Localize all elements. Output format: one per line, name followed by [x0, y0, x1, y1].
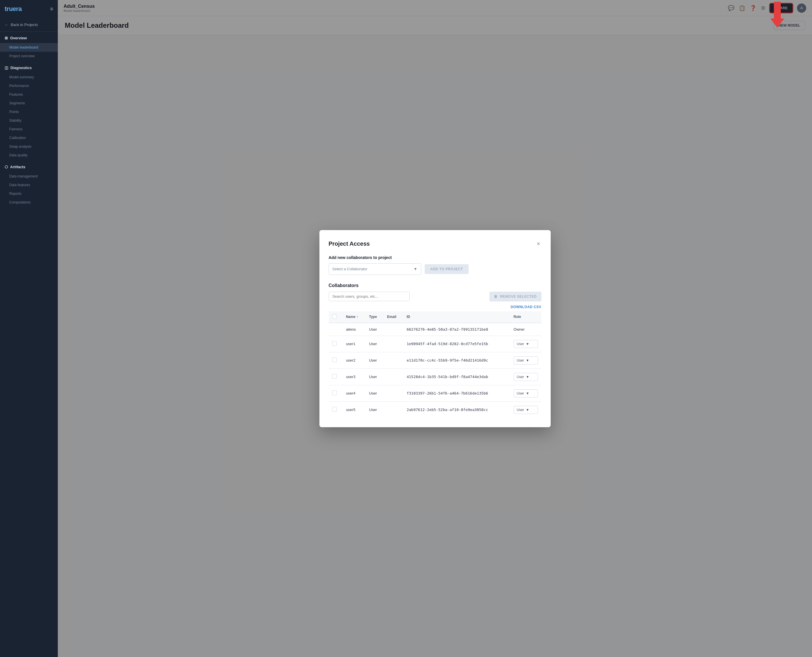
- row-type: User: [366, 385, 383, 402]
- select-all-checkbox[interactable]: [332, 314, 337, 319]
- sidebar-item-calibration[interactable]: Calibration: [0, 134, 58, 142]
- chevron-down-icon: ▼: [526, 358, 529, 363]
- sidebar-item-stability[interactable]: Stability: [0, 116, 58, 125]
- add-section-label: Add new collaborators to project: [329, 255, 541, 260]
- table-header-name[interactable]: Name ↑: [343, 311, 366, 323]
- menu-icon[interactable]: ≡: [50, 6, 53, 12]
- sidebar-item-points[interactable]: Points: [0, 107, 58, 116]
- sidebar-item-segments[interactable]: Segments: [0, 99, 58, 107]
- box-icon: ⬡: [5, 165, 8, 169]
- sidebar-item-reports[interactable]: Reports: [0, 189, 58, 198]
- row-type: User: [366, 369, 383, 385]
- sidebar-item-performance[interactable]: Performance: [0, 81, 58, 90]
- search-input[interactable]: [329, 292, 410, 301]
- row-id: 41528dc4-1b35-541b-bd9f-f8a4744e3dab: [403, 369, 510, 385]
- role-dropdown[interactable]: User▼: [514, 357, 538, 364]
- sidebar-item-data-management[interactable]: Data management: [0, 172, 58, 181]
- sidebar-item-computations[interactable]: Computations: [0, 198, 58, 207]
- role-dropdown[interactable]: User▼: [514, 340, 538, 348]
- role-label: User: [517, 408, 524, 412]
- table-row: user5User2ab97612-2eb5-52ba-af10-8fe9ea3…: [329, 402, 541, 418]
- table-row: ailensUser66276276-4e85-50a3-87a2-f99135…: [329, 323, 541, 336]
- row-id: f3103397-26b1-54f6-a464-7b616de135b6: [403, 385, 510, 402]
- row-name: user2: [343, 352, 366, 369]
- trash-icon: 🗑: [494, 294, 498, 299]
- role-dropdown[interactable]: User▼: [514, 373, 538, 381]
- main-content: Adult_Census Model leaderboard 💬 📋 ❓ ⚙ S…: [58, 0, 812, 657]
- row-id: 1e90945f-4fad-519d-8282-0cd77e5fe15b: [403, 336, 510, 352]
- app-logo: truera: [5, 5, 22, 13]
- row-name: user1: [343, 336, 366, 352]
- sidebar-section-overview-header[interactable]: ⊞ Overview: [0, 33, 58, 43]
- row-role[interactable]: User▼: [510, 369, 541, 385]
- sidebar-section-artifacts-header[interactable]: ⬡ Artifacts: [0, 162, 58, 172]
- sidebar-item-data-features[interactable]: Data features: [0, 181, 58, 189]
- role-label: User: [517, 391, 524, 395]
- sidebar: truera ≡ ← Back to Projects ⊞ Overview M…: [0, 0, 58, 657]
- collaborators-section-label: Collaborators: [329, 283, 541, 288]
- sidebar-section-artifacts: ⬡ Artifacts Data management Data feature…: [0, 161, 58, 208]
- role-label: User: [517, 342, 524, 346]
- row-role: Owner: [510, 323, 541, 336]
- sidebar-section-overview: ⊞ Overview Model leaderboard Project ove…: [0, 32, 58, 62]
- chevron-down-icon: ▼: [526, 342, 529, 346]
- role-dropdown[interactable]: User▼: [514, 389, 538, 397]
- download-csv-button[interactable]: DOWNLOAD CSV: [511, 305, 541, 309]
- row-checkbox[interactable]: [332, 341, 337, 346]
- sidebar-item-data-quality[interactable]: Data quality: [0, 151, 58, 160]
- collaborators-table: Name ↑ Type Email ID Role ailensUser6627…: [329, 311, 541, 418]
- diagnostics-section-label: Diagnostics: [10, 65, 32, 70]
- back-to-projects-label: Back to Projects: [11, 23, 38, 27]
- modal-title: Project Access: [329, 240, 370, 247]
- row-checkbox[interactable]: [332, 374, 337, 379]
- sidebar-section-diagnostics: ◫ Diagnostics Model summary Performance …: [0, 62, 58, 161]
- role-label: User: [517, 358, 524, 363]
- remove-selected-label: REMOVE SELECTED: [500, 294, 537, 299]
- artifacts-section-label: Artifacts: [10, 165, 25, 169]
- chart-icon: ◫: [5, 65, 8, 70]
- row-id: 2ab97612-2eb5-52ba-af10-8fe9ea3058cc: [403, 402, 510, 418]
- row-id: 66276276-4e85-50a3-87a2-f99135171be8: [403, 323, 510, 336]
- table-row: user4Userf3103397-26b1-54f6-a464-7b616de…: [329, 385, 541, 402]
- download-csv-row: DOWNLOAD CSV: [329, 305, 541, 309]
- sidebar-item-fairness[interactable]: Fairness: [0, 125, 58, 134]
- add-to-project-button[interactable]: ADD TO PROJECT: [425, 264, 469, 274]
- row-id: e11d170c-cc4c-55b9-9f5e-f46d21416d9c: [403, 352, 510, 369]
- row-role[interactable]: User▼: [510, 385, 541, 402]
- row-checkbox[interactable]: [332, 391, 337, 395]
- row-email: [383, 336, 403, 352]
- collaborator-select[interactable]: Select a Collaborator ▼: [329, 263, 421, 275]
- table-row: user2Usere11d170c-cc4c-55b9-9f5e-f46d214…: [329, 352, 541, 369]
- table-header-row: Name ↑ Type Email ID Role: [329, 311, 541, 323]
- row-type: User: [366, 323, 383, 336]
- sidebar-item-model-summary[interactable]: Model summary: [0, 73, 58, 81]
- back-to-projects-button[interactable]: ← Back to Projects: [0, 18, 58, 32]
- row-email: [383, 323, 403, 336]
- sidebar-section-diagnostics-header[interactable]: ◫ Diagnostics: [0, 63, 58, 73]
- modal-overlay[interactable]: Project Access × Add new collaborators t…: [58, 0, 812, 657]
- chevron-down-icon: ▼: [526, 375, 529, 379]
- sidebar-logo-area: truera ≡: [0, 0, 58, 18]
- project-access-modal: Project Access × Add new collaborators t…: [320, 230, 551, 427]
- row-email: [383, 369, 403, 385]
- row-checkbox[interactable]: [332, 407, 337, 412]
- modal-close-button[interactable]: ×: [536, 239, 541, 248]
- row-role[interactable]: User▼: [510, 336, 541, 352]
- remove-selected-button[interactable]: 🗑 REMOVE SELECTED: [489, 292, 541, 302]
- table-header-checkbox: [329, 311, 343, 323]
- chevron-down-icon: ▼: [414, 267, 418, 271]
- row-checkbox[interactable]: [332, 358, 337, 362]
- row-email: [383, 402, 403, 418]
- sidebar-item-model-leaderboard[interactable]: Model leaderboard: [0, 43, 58, 52]
- row-role[interactable]: User▼: [510, 352, 541, 369]
- sidebar-item-project-overview[interactable]: Project overview: [0, 52, 58, 61]
- project-overview-label: Project overview: [9, 54, 35, 58]
- row-name: user5: [343, 402, 366, 418]
- sidebar-item-swap-analysis[interactable]: Swap analysis: [0, 142, 58, 151]
- table-header-role: Role: [510, 311, 541, 323]
- sidebar-item-features[interactable]: Features: [0, 90, 58, 99]
- role-dropdown[interactable]: User▼: [514, 406, 538, 414]
- row-name: user3: [343, 369, 366, 385]
- row-role[interactable]: User▼: [510, 402, 541, 418]
- role-label: User: [517, 375, 524, 379]
